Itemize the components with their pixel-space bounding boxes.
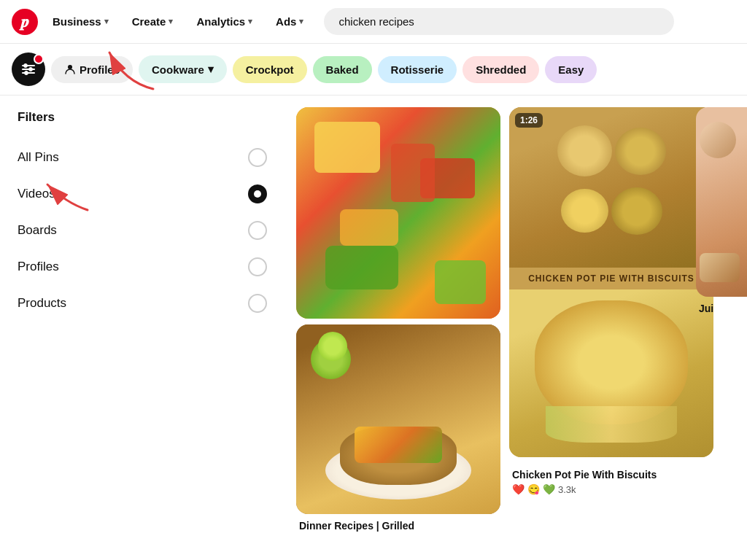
chip-baked[interactable]: Baked	[313, 56, 372, 83]
cookware-chevron-icon: ▾	[208, 63, 214, 76]
reaction-leaf: 💚	[543, 483, 555, 495]
svg-point-3	[24, 64, 28, 68]
filter-all-pins-radio[interactable]	[248, 148, 267, 167]
pin-potpie-info: Chicken Pot Pie With Biscuits ❤️ 😋 💚 3.3…	[509, 463, 713, 498]
pin-grilled-title: Dinner Recipes | Grilled	[299, 520, 498, 532]
pin-grilled-info: Dinner Recipes | Grilled	[296, 514, 500, 537]
chip-rotisserie-label: Rotisserie	[391, 63, 444, 76]
filter-all-pins-label: All Pins	[18, 150, 59, 165]
chip-shredded-label: Shredded	[476, 63, 526, 76]
partial-pin-title: Jui	[699, 303, 744, 314]
chip-shredded[interactable]: Shredded	[462, 56, 539, 83]
pins-grid: Dinner Recipes | Grilled	[296, 107, 735, 537]
filter-products-label: Products	[18, 296, 66, 311]
pin-card-potpie[interactable]: 1:26 CHICKEN POT PIE WITH BISCUITS	[509, 107, 713, 537]
video-duration-badge: 1:26	[515, 113, 543, 128]
chip-cookware[interactable]: Cookware ▾	[139, 55, 227, 83]
filter-all-pins[interactable]: All Pins	[18, 139, 267, 176]
filter-profiles-radio[interactable]	[248, 257, 267, 276]
chip-rotisserie[interactable]: Rotisserie	[378, 56, 457, 83]
nav-create[interactable]: Create ▾	[123, 9, 182, 34]
filter-boards[interactable]: Boards	[18, 212, 267, 249]
filter-videos-radio[interactable]	[248, 184, 267, 203]
pin-potpie-reactions: ❤️ 😋 💚 3.3k	[512, 483, 711, 495]
svg-point-4	[29, 68, 33, 71]
pin-potpie-title: Chicken Pot Pie With Biscuits	[512, 469, 711, 481]
reaction-heart: ❤️	[512, 483, 525, 495]
nav-business[interactable]: Business ▾	[44, 9, 117, 34]
nav-create-label: Create	[132, 15, 166, 28]
sliders-icon	[21, 62, 36, 77]
pinterest-logo[interactable]: 𝒑	[12, 9, 38, 35]
main-content: Filters All Pins Videos Boards Profiles …	[0, 96, 747, 560]
chip-cookware-label: Cookware	[152, 63, 204, 76]
filters-title: Filters	[18, 110, 267, 125]
filter-boards-radio[interactable]	[248, 221, 267, 240]
filter-products[interactable]: Products	[18, 285, 267, 322]
chip-profiles[interactable]: Profiles	[51, 56, 133, 83]
chip-easy[interactable]: Easy	[545, 56, 597, 83]
logo-p: 𝒑	[21, 12, 29, 31]
chip-easy-label: Easy	[558, 63, 584, 76]
header: 𝒑 Business ▾ Create ▾ Analytics ▾ Ads ▾	[0, 0, 747, 44]
filter-profiles[interactable]: Profiles	[18, 249, 267, 285]
filter-boards-label: Boards	[18, 223, 57, 238]
chip-profiles-label: Profiles	[80, 63, 120, 76]
partial-pin-title-area: Jui	[696, 297, 747, 317]
nav-analytics-label: Analytics	[196, 15, 245, 28]
svg-point-5	[25, 71, 28, 75]
filter-profiles-label: Profiles	[18, 260, 59, 274]
filter-videos-label: Videos	[18, 187, 55, 201]
partial-pin-column: Jui	[696, 107, 747, 317]
reaction-yum: 😋	[527, 483, 540, 495]
potpie-label: CHICKEN POT PIE WITH BISCUITS	[509, 268, 713, 289]
chip-crockpot-label: Crockpot	[246, 63, 294, 76]
nav-ads-label: Ads	[276, 15, 296, 28]
pin-card-grilled[interactable]: Dinner Recipes | Grilled	[296, 107, 500, 537]
nav-business-label: Business	[53, 15, 101, 28]
nav-analytics[interactable]: Analytics ▾	[187, 9, 261, 34]
sidebar: Filters All Pins Videos Boards Profiles …	[0, 96, 285, 560]
reaction-count: 3.3k	[558, 484, 576, 495]
chip-baked-label: Baked	[326, 63, 359, 76]
svg-point-6	[68, 65, 72, 69]
filter-icon-button[interactable]	[12, 52, 45, 86]
filter-chips-row: Profiles Cookware ▾ Crockpot Baked Rotis…	[0, 44, 747, 96]
person-icon	[64, 63, 76, 75]
business-chevron-icon: ▾	[104, 17, 109, 26]
ads-chevron-icon: ▾	[299, 17, 303, 26]
create-chevron-icon: ▾	[169, 17, 173, 26]
nav-ads[interactable]: Ads ▾	[267, 9, 312, 34]
chip-crockpot[interactable]: Crockpot	[233, 56, 307, 83]
content-area: Dinner Recipes | Grilled	[285, 96, 747, 560]
analytics-chevron-icon: ▾	[248, 17, 252, 26]
filter-products-radio[interactable]	[248, 294, 267, 313]
filter-videos[interactable]: Videos	[18, 176, 267, 212]
search-input[interactable]	[324, 8, 674, 35]
